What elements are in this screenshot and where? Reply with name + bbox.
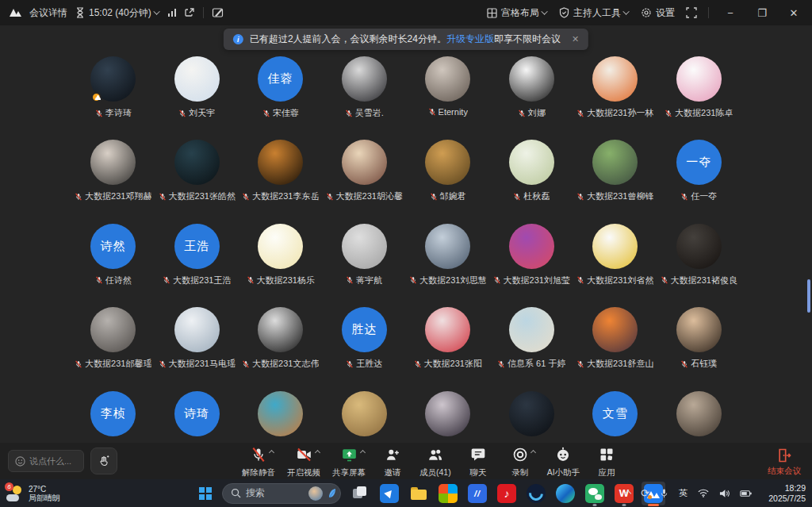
netease-music-icon[interactable]: ♪ [495,482,519,505]
participant-tile[interactable]: 石钰璞 [657,303,741,386]
participant-tile[interactable]: 刘娜 [490,52,574,136]
participant-tile[interactable]: 大数据231刘省然 [573,220,657,303]
end-meeting-button[interactable]: 结束会议 [768,447,801,477]
participant-name: 石钰璞 [691,358,717,370]
chat-button[interactable]: 聊天 [461,446,496,480]
grid-layout-label: 宫格布局 [501,6,539,20]
meeting-notice-banner: i 已有超过2人提前入会，会议剩余时长24分钟。升级专业版即享不限时会议 ✕ [224,29,588,50]
ime-indicator[interactable]: 英 [679,487,688,499]
file-explorer-icon[interactable] [407,482,431,505]
sync-update-icon[interactable]: ⟳ [641,488,649,498]
microsoft-store-icon[interactable] [436,482,460,505]
participant-tile[interactable]: 大数据231杨乐 [239,220,323,303]
apps-button[interactable]: 应用 [589,446,624,480]
participant-tile[interactable]: Eternity [406,52,490,136]
participant-tile[interactable]: 吴雪岩. [323,52,407,136]
participant-tile[interactable]: 大数据231马电瑶 [155,303,239,386]
taskbar-search[interactable]: 搜索 [222,483,341,504]
participant-name: 大数据231张皓然 [169,190,236,202]
wechat-icon[interactable] [583,482,607,505]
avatar [425,140,470,185]
avatar [258,224,303,269]
grid-layout-menu[interactable]: 宫格布局 [487,6,548,20]
mic-muted-icon [680,360,688,368]
quick-message-input[interactable]: 说点什么... [8,450,84,472]
ai-assistant-button[interactable]: AI小助手 [545,446,582,480]
toolbar-button-label: 聊天 [469,467,486,478]
participant-tile[interactable]: 大数据231文志伟 [239,303,323,386]
hidden-icons-chevron-icon[interactable] [625,490,631,496]
start-button[interactable] [194,483,215,504]
fullscreen-icon[interactable] [686,7,697,18]
battery-icon[interactable] [740,490,752,497]
avatar [425,391,470,436]
participant-tile[interactable]: 大数据231曾柳锋 [573,136,657,219]
volume-icon[interactable] [719,489,730,498]
participant-tile[interactable]: 佳蓉 宋佳蓉 [239,52,323,136]
participant-tile[interactable]: 刘天宇 [155,52,239,136]
start-video-button[interactable]: 开启视频 [285,446,323,480]
participant-name: 大数据231刘省然 [587,275,653,286]
participant-tile[interactable]: 诗然 任诗然 [71,220,155,303]
minimize-button[interactable]: − [720,2,741,23]
pop-out-icon[interactable] [184,7,195,18]
participant-name: 大数据231胡沁馨 [336,190,403,202]
participant-tile[interactable]: 大数据231陈卓 [657,52,741,136]
participant-tile[interactable]: 杜秋磊 [490,136,574,219]
members-button[interactable]: 成员(41) [417,446,454,480]
invite-button[interactable]: 邀请 [375,446,410,480]
annotation-pen-icon[interactable] [212,7,224,18]
network-signal-icon[interactable] [168,9,177,17]
participant-tile[interactable]: 李诗琦 [71,52,155,136]
tray-mic-icon[interactable] [660,488,668,499]
participant-tile[interactable]: 大数据231邓翔赫 [71,136,155,219]
mic-muted-icon [242,193,250,201]
system-tray: ⟳ 英 [626,487,752,499]
participant-tile[interactable]: 一夺 任一夺 [657,136,741,219]
microsoft-edge-icon[interactable] [553,482,577,505]
participant-tile[interactable]: 大数据231舒意山 [573,303,657,386]
participant-label: 杜秋磊 [513,190,550,202]
app-slashes-icon[interactable]: // [465,482,489,505]
taskbar-clock[interactable]: 18:29 2025/7/25 [768,483,806,504]
weather-widget[interactable]: 6 27°C局部晴朗 [6,485,60,502]
share-screen-button[interactable]: 共享屏幕 [330,446,368,480]
upgrade-pro-link[interactable]: 升级专业版 [446,33,494,44]
raise-hand-button[interactable] [90,447,117,474]
close-button[interactable]: ✕ [783,2,804,23]
participant-tile[interactable]: 大数据231胡沁馨 [323,136,407,219]
wifi-icon[interactable] [698,489,709,497]
participant-name: 任诗然 [105,275,132,286]
settings-button[interactable]: 设置 [641,6,675,20]
participant-name: 大数据231褚俊良 [671,275,737,286]
meeting-timer[interactable]: 15:02 (40分钟) [75,6,160,20]
meeting-details-menu[interactable]: 会议详情 [29,6,67,20]
participant-tile[interactable]: 大数据231褚俊良 [657,220,741,303]
maximize-button[interactable]: ❐ [752,2,772,23]
participant-tile[interactable]: 邹婉君 [406,136,490,219]
participant-tile[interactable]: 信息系 61 于婷 [490,303,574,386]
participant-tile[interactable]: 大数据231张阳 [406,303,490,386]
task-view-icon[interactable] [348,482,372,505]
banner-close-icon[interactable]: ✕ [572,34,579,44]
quark-browser-icon[interactable] [524,482,548,505]
participant-tile[interactable]: 王浩 大数据231王浩 [155,220,239,303]
participant-tile[interactable]: 大数据231李东岳 [239,136,323,219]
participant-tile[interactable]: 大数据231孙一林 [573,52,657,136]
participant-tile[interactable]: 蒋宇航 [323,220,407,303]
avatar [509,224,554,269]
participant-tile[interactable]: 大数据231邰馨瑶 [71,303,155,386]
participant-tile[interactable]: 胜达 王胜达 [323,303,407,386]
mic-muted-icon [159,360,167,368]
scrollbar-thumb[interactable] [807,279,810,313]
invite-icon [385,447,400,466]
participant-tile[interactable]: 大数据231张皓然 [155,136,239,219]
record-button[interactable]: 录制 [503,446,538,480]
participant-tile[interactable]: 大数据231刘旭莹 [490,220,574,303]
participant-tile[interactable]: 大数据231刘思慧 [406,220,490,303]
participant-label: 大数据231李东岳 [242,190,319,202]
app-blue-arrow-icon[interactable] [377,482,401,505]
unmute-button[interactable]: 解除静音 [239,446,278,480]
toolbar-button-label: 共享屏幕 [332,467,366,478]
host-tools-menu[interactable]: 主持人工具 [559,6,630,20]
